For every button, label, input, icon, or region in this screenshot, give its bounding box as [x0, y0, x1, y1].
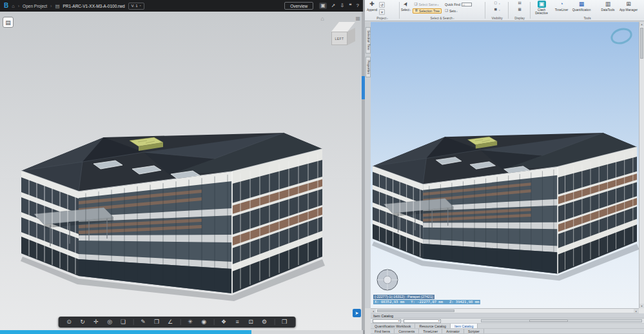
- scroll-down-icon[interactable]: ▾: [639, 304, 644, 308]
- hide-button[interactable]: [493, 1, 501, 6]
- properties-icon[interactable]: [233, 319, 241, 325]
- panel-scrollbar-thumb[interactable]: [529, 320, 568, 322]
- app-manager-label: App Manager: [620, 8, 638, 12]
- navigation-wheel[interactable]: [376, 268, 399, 291]
- ribbon-group-label-project[interactable]: Project: [367, 17, 398, 20]
- timeliner-button[interactable]: TimeLiner: [553, 1, 570, 15]
- horizontal-scrollbar-thumb[interactable]: [377, 309, 454, 312]
- section-icon[interactable]: [153, 319, 161, 325]
- dock-tab-selection-tree[interactable]: Selection Tree: [366, 27, 371, 54]
- selection-tree-label: Selection Tree: [419, 9, 440, 13]
- quick-find-button[interactable]: Quick Find: [444, 2, 473, 7]
- panel-tab-item-catalog[interactable]: Item Catalog: [451, 324, 478, 328]
- comment-icon[interactable]: [349, 3, 351, 8]
- left-viewport[interactable]: LEFT: [0, 12, 363, 334]
- sets-label: Sets: [449, 9, 458, 13]
- autodesk-logo[interactable]: B: [4, 3, 8, 9]
- assistant-button[interactable]: [353, 309, 361, 317]
- scroll-right-icon[interactable]: [634, 309, 639, 313]
- scroll-left-icon[interactable]: [371, 309, 376, 313]
- pan-icon[interactable]: [92, 319, 100, 325]
- select-same-button[interactable]: Select Same: [413, 2, 442, 7]
- append-icon: [368, 1, 376, 8]
- append-button[interactable]: Append: [367, 1, 377, 15]
- viewcube-front-face[interactable]: LEFT: [331, 32, 347, 45]
- share-icon[interactable]: [331, 3, 336, 8]
- present-icon[interactable]: [319, 3, 327, 9]
- vertical-scrollbar-thumb[interactable]: [640, 28, 643, 59]
- home-icon[interactable]: [12, 3, 15, 9]
- breadcrumb-separator-icon: [50, 4, 52, 8]
- zoom-icon[interactable]: [106, 319, 113, 325]
- panel-tab-animator[interactable]: Animator: [442, 329, 464, 333]
- render-style-button[interactable]: [516, 7, 522, 12]
- panel-tab-timeliner[interactable]: TimeLiner: [419, 329, 442, 333]
- select-button[interactable]: Select: [401, 1, 411, 15]
- panel-tab-comments[interactable]: Comments: [395, 329, 419, 333]
- fit-view-icon[interactable]: [119, 319, 127, 325]
- reset-all-icon[interactable]: [379, 9, 385, 15]
- viewcube-home-icon[interactable]: [321, 15, 324, 22]
- model-browser-icon[interactable]: [220, 319, 228, 325]
- panel-scrollbar[interactable]: [481, 319, 642, 322]
- download-icon[interactable]: [340, 3, 345, 8]
- left-topbar: B Open Project PR1-ARC-V1-XX-M3-A-0100.r…: [0, 0, 363, 12]
- panel-tab-scripter[interactable]: Scripter: [464, 329, 484, 333]
- version-dropdown[interactable]: V. 1: [128, 3, 144, 10]
- ribbon-group-label-display[interactable]: Display: [510, 17, 529, 20]
- markup-icon[interactable]: [139, 319, 147, 325]
- model-browser-button[interactable]: [3, 17, 14, 28]
- help-icon[interactable]: [356, 3, 359, 8]
- quantification-button[interactable]: Quantification: [572, 1, 591, 15]
- app-manager-button[interactable]: App Manager: [619, 1, 638, 15]
- right-3d-model: [371, 22, 639, 308]
- ribbon-group-label-visibility[interactable]: Visibility: [487, 17, 507, 20]
- measure-icon[interactable]: [166, 319, 174, 325]
- screenshot-icon[interactable]: [247, 319, 255, 325]
- camera-icon[interactable]: [200, 319, 208, 325]
- browser-toggle-icon: [5, 19, 11, 26]
- ribbon-group-label-select-search[interactable]: Select & Search: [401, 17, 483, 20]
- overview-button[interactable]: Overview: [284, 2, 313, 10]
- orbit-icon[interactable]: [79, 319, 86, 325]
- horizontal-scrollbar[interactable]: [371, 308, 639, 313]
- splitter-handle[interactable]: [362, 76, 365, 99]
- viewcube-side-face[interactable]: [347, 28, 355, 45]
- topbar-actions: [319, 3, 359, 9]
- panel-tab-quantification-workbook[interactable]: Quantification Workbook: [371, 324, 415, 328]
- scroll-up-icon[interactable]: ▴: [639, 22, 644, 26]
- refresh-icon[interactable]: [379, 2, 385, 8]
- grid-icon[interactable]: [355, 15, 360, 21]
- navisworks-viewport[interactable]: (-22277)-1(-16312) : Parapet (27421) X: …: [371, 22, 639, 308]
- explode-icon[interactable]: [186, 319, 194, 325]
- unhide-button[interactable]: [493, 7, 501, 12]
- ribbon-group-label-tools[interactable]: Tools: [532, 17, 643, 20]
- vertical-scrollbar[interactable]: ▴ ▾: [639, 22, 644, 308]
- catalog-view-dropdown[interactable]: [404, 319, 441, 323]
- coordinate-readout: X: 08352,93 mm Y: -22277,07 mm Z: 39421,…: [373, 300, 480, 304]
- quick-find-input[interactable]: [462, 3, 472, 6]
- walk-icon[interactable]: [65, 319, 73, 325]
- datatools-button[interactable]: DataTools: [599, 1, 617, 15]
- selection-tree-button[interactable]: Selection Tree: [413, 8, 442, 14]
- viewcube[interactable]: LEFT: [326, 22, 355, 48]
- catalog-filter-dropdown[interactable]: [373, 319, 401, 323]
- panel-title-bar[interactable]: Item Catalog: [371, 313, 644, 319]
- dock-tab-properties[interactable]: Properties: [366, 57, 371, 77]
- quick-find-label: Quick Find: [445, 3, 460, 6]
- panel-tab-resource-catalog[interactable]: Resource Catalog: [415, 324, 451, 328]
- sets-button[interactable]: Sets: [444, 8, 473, 14]
- settings-icon[interactable]: [260, 319, 268, 325]
- breadcrumb-project[interactable]: Open Project: [23, 4, 47, 8]
- display-mode-button[interactable]: [516, 1, 522, 6]
- breadcrumb-filename[interactable]: PR1-ARC-V1-XX-M3-A-0100.rwd: [63, 4, 124, 8]
- window-splitter[interactable]: [362, 12, 365, 330]
- clash-detective-button[interactable]: Clash Detective: [532, 1, 551, 15]
- ribbon: Append Project Select: [365, 0, 644, 21]
- quickfind-icon: [463, 3, 465, 6]
- panel-toolbar: [371, 319, 644, 324]
- viewer-toolbar: [58, 317, 295, 328]
- fullscreen-icon[interactable]: [280, 319, 288, 325]
- left-3d-model: [0, 12, 363, 334]
- panel-tab-find-items[interactable]: Find Items: [371, 329, 395, 333]
